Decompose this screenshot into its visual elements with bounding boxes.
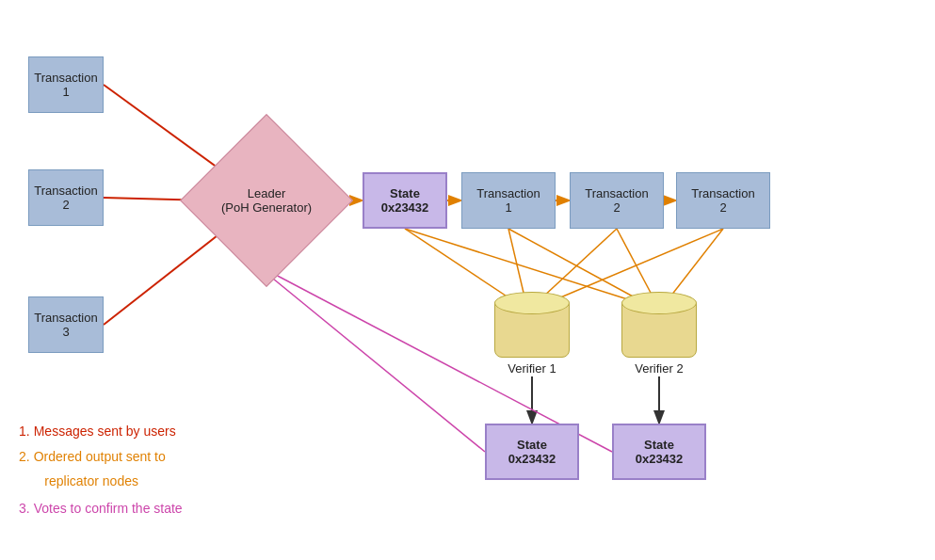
seq-tx3-box: Transaction2 (676, 172, 770, 229)
state-bottom-2-label: State (644, 438, 674, 452)
legend-item-1: 1. Messages sent by users (19, 420, 183, 443)
legend-text-2: Ordered output sent to replicator nodes (34, 445, 166, 492)
seq-tx1-label: Transaction1 (476, 186, 540, 215)
legend-num-2: 2. (19, 445, 30, 469)
state-first-value: 0x23432 (381, 200, 429, 215)
state-bottom-1-box: State 0x23432 (485, 424, 579, 480)
state-first-box: State 0x23432 (363, 172, 447, 229)
transaction-1-label: Transaction 1 (29, 71, 103, 99)
seq-tx2-box: Transaction2 (570, 172, 664, 229)
transaction-3-label: Transaction3 (34, 311, 97, 339)
verifier-1-cylinder (494, 292, 570, 358)
transaction-2-box: Transaction2 (28, 169, 104, 226)
legend-item-2: 2. Ordered output sent to replicator nod… (19, 445, 183, 492)
diagram-container: Transaction 1 Transaction2 Transaction3 … (0, 0, 935, 560)
verifier-1-top (494, 292, 570, 314)
verifier-1-wrap: Verifier 1 (494, 292, 570, 376)
legend-num-1: 1. (19, 420, 30, 443)
transaction-2-label: Transaction2 (34, 184, 97, 212)
state-bottom-2-box: State 0x23432 (612, 424, 706, 480)
legend-num-3: 3. (19, 497, 30, 520)
legend: 1. Messages sent by users 2. Ordered out… (19, 420, 183, 522)
state-first-label: State (390, 186, 420, 200)
seq-tx2-label: Transaction2 (585, 186, 648, 215)
verifier-2-top (621, 292, 697, 314)
seq-tx3-label: Transaction2 (691, 186, 754, 215)
legend-text-3: Votes to confirm the state (34, 497, 183, 520)
seq-tx1-box: Transaction1 (461, 172, 556, 229)
verifier-2-cylinder (621, 292, 697, 358)
state-bottom-1-label: State (517, 438, 547, 452)
state-bottom-1-value: 0x23432 (508, 452, 556, 466)
legend-text-1: Messages sent by users (34, 420, 176, 443)
verifier-2-label: Verifier 2 (635, 361, 683, 376)
svg-line-17 (252, 262, 485, 452)
leader-diamond (180, 114, 353, 287)
transaction-1-box: Transaction 1 (28, 56, 104, 113)
verifier-2-wrap: Verifier 2 (621, 292, 697, 376)
legend-item-3: 3. Votes to confirm the state (19, 497, 183, 520)
transaction-3-box: Transaction3 (28, 296, 104, 353)
state-bottom-2-value: 0x23432 (636, 452, 684, 466)
verifier-1-label: Verifier 1 (508, 361, 556, 376)
